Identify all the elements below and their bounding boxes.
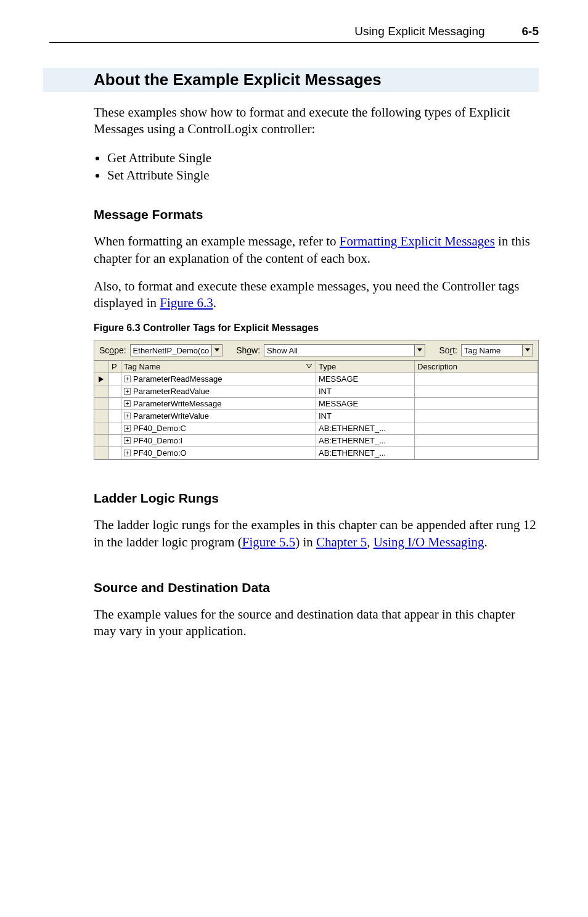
link-figure-6-3[interactable]: Figure 6.3 bbox=[160, 295, 213, 310]
sort-value: Tag Name bbox=[462, 346, 522, 355]
column-header-description[interactable]: Description bbox=[415, 361, 538, 373]
cell-tag[interactable]: +ParameterReadValue bbox=[121, 385, 316, 398]
cell-tag[interactable]: +ParameterWriteValue bbox=[121, 410, 316, 422]
row-selector[interactable] bbox=[94, 447, 109, 459]
expand-icon[interactable]: + bbox=[124, 413, 131, 419]
cell-tag[interactable]: +PF40_Demo:C bbox=[121, 422, 316, 435]
svg-marker-1 bbox=[417, 348, 422, 352]
cell-p[interactable] bbox=[109, 410, 121, 422]
column-header-p[interactable]: P bbox=[109, 361, 121, 373]
row-selector[interactable] bbox=[94, 398, 109, 410]
cell-p[interactable] bbox=[109, 435, 121, 447]
cell-type[interactable]: AB:ETHERNET_... bbox=[316, 422, 415, 435]
cell-desc[interactable] bbox=[415, 422, 538, 435]
link-formatting-explicit-messages[interactable]: Formatting Explicit Messages bbox=[340, 234, 495, 249]
svg-marker-2 bbox=[525, 348, 530, 352]
header-page-number: 6-5 bbox=[522, 25, 539, 38]
text-run: . bbox=[484, 535, 487, 549]
cell-type[interactable]: MESSAGE bbox=[316, 398, 415, 410]
sort-dropdown[interactable]: Tag Name bbox=[461, 344, 533, 356]
show-dropdown[interactable]: Show All bbox=[264, 344, 425, 356]
link-figure-5-5[interactable]: Figure 5.5 bbox=[242, 535, 295, 549]
chevron-down-icon bbox=[522, 345, 533, 356]
cell-type[interactable]: INT bbox=[316, 410, 415, 422]
sort-label: Sort: bbox=[439, 345, 457, 355]
expand-icon[interactable]: + bbox=[124, 388, 131, 395]
ladder-paragraph: The ladder logic rungs for the examples … bbox=[94, 517, 539, 551]
svg-marker-4 bbox=[99, 376, 104, 382]
row-selector[interactable] bbox=[94, 422, 109, 435]
cell-tag[interactable]: +PF40_Demo:O bbox=[121, 447, 316, 459]
expand-icon[interactable]: + bbox=[124, 376, 131, 382]
figure-caption: Figure 6.3 Controller Tags for Explicit … bbox=[94, 323, 539, 334]
source-dest-paragraph: The example values for the source and de… bbox=[94, 606, 539, 640]
expand-icon[interactable]: + bbox=[124, 437, 131, 444]
section-heading: About the Example Explicit Messages bbox=[94, 70, 539, 89]
controller-tags-window: Scope: EtherNetIP_Demo(co Show: Show All bbox=[94, 340, 539, 460]
list-item: Set Attribute Single bbox=[107, 167, 539, 184]
page-header: Using Explicit Messaging 6-5 bbox=[49, 25, 539, 43]
expand-icon[interactable]: + bbox=[124, 450, 131, 456]
cell-desc[interactable] bbox=[415, 435, 538, 447]
section-heading-band: About the Example Explicit Messages bbox=[43, 68, 539, 92]
subheading-ladder-logic: Ladder Logic Rungs bbox=[94, 491, 539, 506]
row-selector[interactable] bbox=[94, 410, 109, 422]
cell-type[interactable]: AB:ETHERNET_... bbox=[316, 435, 415, 447]
cell-desc[interactable] bbox=[415, 373, 538, 385]
scope-label: Scope: bbox=[99, 345, 126, 355]
column-header-tagname-label: Tag Name bbox=[124, 362, 160, 371]
cell-p[interactable] bbox=[109, 385, 121, 398]
cell-desc[interactable] bbox=[415, 385, 538, 398]
tag-text: PF40_Demo:C bbox=[133, 424, 186, 433]
expand-icon[interactable]: + bbox=[124, 400, 131, 407]
cell-type[interactable]: MESSAGE bbox=[316, 373, 415, 385]
tags-grid: P Tag Name Type Description +ParameterRe… bbox=[94, 360, 538, 459]
text-run: Also, to format and execute these exampl… bbox=[94, 279, 519, 310]
row-selector[interactable] bbox=[94, 373, 109, 385]
tag-text: PF40_Demo:I bbox=[133, 436, 182, 445]
cell-tag[interactable]: +ParameterWriteMessage bbox=[121, 398, 316, 410]
cell-desc[interactable] bbox=[415, 410, 538, 422]
text-run: ) in bbox=[295, 535, 316, 549]
tag-text: ParameterWriteMessage bbox=[133, 399, 222, 408]
show-label: Show: bbox=[236, 345, 260, 355]
list-item: Get Attribute Single bbox=[107, 149, 539, 167]
tag-text: PF40_Demo:O bbox=[133, 448, 187, 458]
cell-p[interactable] bbox=[109, 398, 121, 410]
tag-text: ParameterWriteValue bbox=[133, 411, 209, 421]
text-run: , bbox=[367, 535, 374, 549]
cell-type[interactable]: INT bbox=[316, 385, 415, 398]
cell-tag[interactable]: +ParameterReadMessage bbox=[121, 373, 316, 385]
scope-dropdown[interactable]: EtherNetIP_Demo(co bbox=[130, 344, 223, 356]
message-formats-para1: When formatting an example message, refe… bbox=[94, 233, 539, 267]
cell-p[interactable] bbox=[109, 373, 121, 385]
svg-marker-3 bbox=[306, 364, 312, 368]
cell-p[interactable] bbox=[109, 422, 121, 435]
bullet-list: Get Attribute Single Set Attribute Singl… bbox=[94, 149, 539, 184]
tags-topbar: Scope: EtherNetIP_Demo(co Show: Show All bbox=[94, 340, 538, 360]
column-header-type[interactable]: Type bbox=[316, 361, 415, 373]
column-header-rowselect[interactable] bbox=[94, 361, 109, 373]
link-chapter-5[interactable]: Chapter 5 bbox=[316, 535, 367, 549]
subheading-message-formats: Message Formats bbox=[94, 207, 539, 222]
sort-indicator-icon bbox=[306, 362, 312, 371]
row-selector[interactable] bbox=[94, 385, 109, 398]
header-title: Using Explicit Messaging bbox=[354, 25, 484, 38]
cell-p[interactable] bbox=[109, 447, 121, 459]
expand-icon[interactable]: + bbox=[124, 425, 131, 432]
subheading-source-dest: Source and Destination Data bbox=[94, 580, 539, 595]
text-run: When formatting an example message, refe… bbox=[94, 234, 340, 249]
svg-marker-0 bbox=[214, 348, 219, 352]
scope-value: EtherNetIP_Demo(co bbox=[131, 346, 212, 355]
cell-desc[interactable] bbox=[415, 398, 538, 410]
intro-paragraph: These examples show how to format and ex… bbox=[94, 104, 539, 138]
message-formats-para2: Also, to format and execute these exampl… bbox=[94, 278, 539, 312]
row-selector[interactable] bbox=[94, 435, 109, 447]
column-header-tagname[interactable]: Tag Name bbox=[121, 361, 316, 373]
show-value: Show All bbox=[264, 346, 300, 355]
cell-desc[interactable] bbox=[415, 447, 538, 459]
text-run: . bbox=[213, 295, 216, 310]
cell-type[interactable]: AB:ETHERNET_... bbox=[316, 447, 415, 459]
link-using-io-messaging[interactable]: Using I/O Messaging bbox=[374, 535, 484, 549]
cell-tag[interactable]: +PF40_Demo:I bbox=[121, 435, 316, 447]
